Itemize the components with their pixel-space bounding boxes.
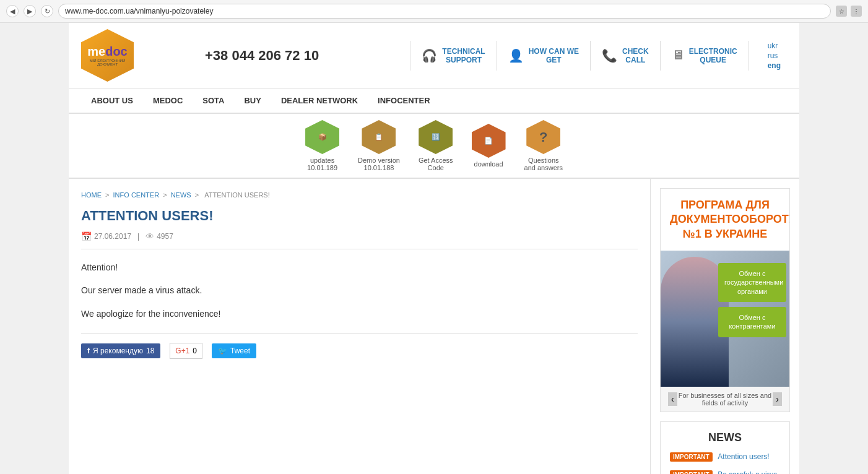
electronic-queue-label: ELECTRONIC QUEUE — [689, 47, 737, 64]
social-buttons: f Я рекомендую 18 G+1 0 🐦 Tweet — [81, 333, 638, 359]
sidebar-ad-image: Обмен с государственными органами Обмен … — [661, 251, 789, 387]
breadcrumb-news[interactable]: NEWS — [171, 191, 191, 199]
browser-icons: ☆ ⋮ — [836, 6, 862, 17]
breadcrumb-sep2: > — [163, 191, 168, 199]
news-item-2: IMPORTANT Be careful: a virus attack on … — [670, 470, 780, 474]
address-bar[interactable] — [58, 4, 831, 19]
article-views: 👁 4957 — [145, 231, 173, 241]
gplus-button[interactable]: G+1 0 — [170, 343, 202, 359]
facebook-button[interactable]: f Я рекомендую 18 — [81, 343, 160, 358]
lang-ukr[interactable]: ukr — [768, 41, 781, 50]
technical-support-link[interactable]: 🎧 TECHNICAL SUPPORT — [410, 41, 497, 71]
nav-medoc[interactable]: MEDOC — [143, 88, 193, 113]
tweet-label: Tweet — [230, 347, 250, 355]
download-label: download — [474, 160, 503, 168]
article-paragraph-3: We apologize for the inconvenience! — [81, 307, 638, 321]
news-link-1[interactable]: Attention users! — [718, 452, 769, 461]
demo-label: Demo version10.01.188 — [358, 157, 400, 171]
star-icon[interactable]: ☆ — [836, 6, 847, 17]
language-switcher: ukr rus eng — [762, 41, 787, 70]
phone-number: +38 044 206 72 10 — [205, 48, 397, 64]
breadcrumb-home[interactable]: HOME — [81, 191, 102, 199]
breadcrumb: HOME > INFO CENTER > NEWS > ATTENTION US… — [81, 191, 638, 199]
nav-dealer-network[interactable]: DEALER NETWORK — [271, 88, 368, 113]
subnav-updates[interactable]: 📦 updates10.01.189 — [296, 120, 349, 171]
article-date: 📅 27.06.2017 — [81, 231, 131, 241]
check-call-link[interactable]: 📞 CHECK CALL — [591, 41, 661, 71]
ad-caption: For businesses of all sizes and fields o… — [677, 392, 773, 407]
phone-icon: 📞 — [602, 48, 617, 63]
news-sidebar: NEWS IMPORTANT Attention users! IMPORTAN… — [660, 421, 790, 474]
sidebar-ad-title: ПРОГРАМА ДЛЯ ДОКУМЕНТООБОРОТУ №1 В УКРАИ… — [661, 189, 789, 251]
electronic-queue-link[interactable]: 🖥 ELECTRONIC QUEUE — [661, 41, 749, 71]
header-navigation: 🎧 TECHNICAL SUPPORT 👤 HOW CAN WE GET 📞 C… — [410, 41, 749, 71]
twitter-bird-icon: 🐦 — [218, 347, 227, 355]
article-paragraph-1: Attention! — [81, 261, 638, 274]
updates-icon: 📦 — [318, 133, 327, 141]
sidebar-ad: ПРОГРАМА ДЛЯ ДОКУМЕНТООБОРОТУ №1 В УКРАИ… — [660, 188, 790, 412]
gplus-icon: G+1 — [175, 347, 189, 355]
how-can-we-get-label: HOW CAN WE GET — [529, 47, 579, 64]
nav-sota[interactable]: SOTA — [193, 88, 234, 113]
monitor-icon: 🖥 — [672, 48, 684, 62]
forward-button[interactable]: ▶ — [24, 5, 36, 17]
check-call-label: CHECK CALL — [622, 47, 649, 64]
logo-area[interactable]: me doc МІЙ ЕЛЕКТРОННИЙ ДОКУМЕНТ — [81, 29, 193, 82]
lang-eng[interactable]: eng — [768, 61, 781, 70]
person-icon: 👤 — [508, 48, 524, 63]
questions-label: Questionsand answers — [524, 157, 563, 171]
access-code-icon: 🔢 — [432, 133, 440, 141]
download-hex-icon: 📄 — [472, 124, 506, 158]
headset-icon: 🎧 — [422, 48, 437, 63]
back-button[interactable]: ◀ — [6, 5, 19, 17]
content-area: HOME > INFO CENTER > NEWS > ATTENTION US… — [69, 179, 799, 474]
main-navigation: ABOUT US MEDOC SOTA BUY DEALER NETWORK I… — [69, 88, 799, 114]
demo-icon: 📋 — [375, 133, 383, 141]
download-icon: 📄 — [484, 137, 493, 145]
fb-count: 18 — [146, 347, 154, 355]
article-title: ATTENTION USERS! — [81, 208, 638, 224]
views-icon: 👁 — [145, 231, 154, 241]
browser-chrome: ◀ ▶ ↻ ☆ ⋮ — [0, 0, 868, 23]
article-body: Attention! Our server made a virus attac… — [81, 261, 638, 321]
ad-btn-government[interactable]: Обмен с государственными органами — [718, 263, 786, 302]
access-code-label: Get AccessCode — [419, 157, 453, 171]
question-icon: ? — [539, 129, 547, 145]
refresh-button[interactable]: ↻ — [41, 5, 53, 17]
updates-hex-icon: 📦 — [305, 120, 339, 154]
demo-hex-icon: 📋 — [362, 120, 396, 154]
subnav-demo-version[interactable]: 📋 Demo version10.01.188 — [349, 120, 409, 171]
access-code-hex-icon: 🔢 — [419, 120, 453, 154]
how-can-we-get-link[interactable]: 👤 HOW CAN WE GET — [497, 41, 591, 71]
article-paragraph-2: Our server made a virus attack. — [81, 283, 638, 297]
article-views-value: 4957 — [157, 232, 173, 241]
lang-rus[interactable]: rus — [768, 51, 781, 60]
news-sidebar-title: NEWS — [670, 431, 780, 444]
subnav-questions-answers[interactable]: ? Questionsand answers — [515, 120, 572, 171]
ad-next-button[interactable]: › — [773, 392, 782, 406]
tweet-button[interactable]: 🐦 Tweet — [212, 343, 256, 358]
breadcrumb-info-center[interactable]: INFO CENTER — [113, 191, 160, 199]
subnav-get-access-code[interactable]: 🔢 Get AccessCode — [409, 120, 462, 171]
updates-label: updates10.01.189 — [307, 157, 337, 171]
sidebar-ad-nav: ‹ For businesses of all sizes and fields… — [661, 387, 789, 412]
meta-separator: | — [137, 232, 139, 241]
breadcrumb-sep1: > — [105, 191, 111, 199]
ad-prev-button[interactable]: ‹ — [668, 392, 677, 406]
news-badge-2: IMPORTANT — [670, 470, 713, 474]
main-content: HOME > INFO CENTER > NEWS > ATTENTION US… — [69, 179, 651, 474]
article-date-value: 27.06.2017 — [94, 232, 131, 241]
fb-label: Я рекомендую — [93, 347, 143, 355]
site-header: me doc МІЙ ЕЛЕКТРОННИЙ ДОКУМЕНТ +38 044 … — [69, 23, 799, 88]
nav-infocenter[interactable]: INFOCENTER — [368, 88, 440, 113]
gplus-count: 0 — [193, 347, 197, 355]
news-badge-1: IMPORTANT — [670, 452, 713, 462]
menu-icon[interactable]: ⋮ — [851, 6, 862, 17]
questions-hex-icon: ? — [526, 120, 560, 154]
subnav-download[interactable]: 📄 download — [462, 124, 515, 168]
breadcrumb-sep3: > — [195, 191, 201, 199]
nav-about-us[interactable]: ABOUT US — [81, 88, 143, 113]
sidebar: ПРОГРАМА ДЛЯ ДОКУМЕНТООБОРОТУ №1 В УКРАИ… — [651, 179, 799, 474]
ad-btn-partners[interactable]: Обмен с контрагентами — [718, 307, 786, 337]
nav-buy[interactable]: BUY — [234, 88, 271, 113]
